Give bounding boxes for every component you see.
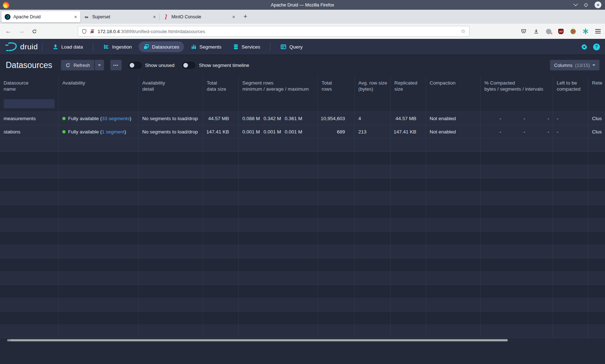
scrollbar-thumb[interactable] [7, 339, 508, 341]
pct-compacted-cell: --- [481, 112, 553, 125]
columns-button[interactable]: Columns (13/15) [550, 60, 600, 70]
segments-icon [191, 44, 197, 50]
segments-link[interactable]: 1 segment [102, 129, 125, 135]
extension-disabled-icon[interactable]: × [546, 29, 551, 34]
close-icon: × [597, 3, 600, 7]
window-titlebar: Apache Druid — Mozilla Firefox × [0, 0, 605, 10]
nav-item-label: Load data [61, 44, 83, 50]
tab-close-icon[interactable]: × [153, 14, 156, 20]
table-empty-rows [0, 138, 605, 338]
table-row-empty [0, 325, 605, 338]
compaction-cell: Not enabled [426, 125, 481, 138]
toggle-knob [130, 63, 134, 68]
nav-item-label: Query [289, 44, 302, 50]
available-dot-icon [62, 130, 66, 133]
url-host: 172.18.0.4 [98, 29, 120, 34]
tab-label: MinIO Console [171, 14, 230, 19]
columns-label: Columns [554, 63, 573, 68]
more-actions-button[interactable]: ••• [110, 60, 122, 70]
bookmark-star-icon[interactable]: ☆ [461, 28, 466, 35]
refresh-dropdown-button[interactable] [95, 60, 104, 70]
tab-apache-druid[interactable]: Apache Druid × [1, 11, 80, 22]
tab-superset[interactable]: ∞ Superset × [80, 11, 159, 22]
column-header-availability-detail[interactable]: Availabilitydetail [139, 76, 203, 95]
nav-divider [42, 43, 42, 51]
column-header-segment-rows[interactable]: Segment rowsminimum / average / maximum [239, 76, 318, 95]
column-header-pct-compacted[interactable]: % Compactedbytes / segments / intervals [481, 76, 553, 95]
horizontal-scrollbar[interactable] [0, 338, 605, 342]
druid-logo[interactable]: druid [4, 41, 38, 52]
window-title: Apache Druid — Mozilla Firefox [0, 3, 605, 8]
avg-row-size-cell: 4 [355, 112, 391, 125]
help-button[interactable]: ? [593, 44, 600, 50]
columns-count: (13/15) [575, 63, 590, 68]
column-header-avg-row-size[interactable]: Avg. row size(bytes) [355, 76, 391, 95]
nav-item-ingestion[interactable]: Ingestion [99, 41, 136, 52]
table-row-measurements[interactable]: measurements Fully available (33 segment… [0, 112, 605, 125]
reload-button[interactable] [30, 24, 39, 39]
total-data-size-cell: 147.41 KB [203, 125, 239, 138]
nav-item-label: Datasources [152, 44, 179, 50]
segments-link[interactable]: 33 segments [102, 116, 130, 121]
column-header-total-rows[interactable]: Totalrows [318, 76, 355, 95]
replicated-size-cell: 147.41 KB [391, 125, 426, 138]
pct-compacted-cell: --- [481, 125, 553, 138]
table-filter-row [0, 95, 605, 112]
table-row-empty [0, 192, 605, 205]
cookie-extension-icon[interactable] [570, 29, 576, 34]
ublock-origin-icon[interactable]: uO [558, 29, 564, 34]
retention-cell: Clus [588, 112, 605, 125]
compaction-cell: Not enabled [426, 112, 481, 125]
table-row-empty [0, 311, 605, 325]
datasource-filter-input[interactable] [4, 99, 55, 108]
table-row-empty [0, 258, 605, 272]
insecure-lock-icon[interactable] [90, 29, 95, 34]
maximize-button[interactable] [584, 4, 587, 6]
new-tab-button[interactable]: + [243, 13, 247, 21]
table-row-empty [0, 218, 605, 232]
forward-button[interactable]: → [17, 24, 26, 39]
nav-item-datasources[interactable]: Datasources [139, 41, 184, 52]
tab-minio-console[interactable]: MinIO Console × [160, 11, 238, 22]
column-header-left-to-be-compacted[interactable]: Left to becompacted [553, 76, 588, 95]
more-icon: ••• [113, 63, 118, 67]
show-unused-toggle[interactable] [129, 62, 142, 69]
downloads-icon[interactable] [533, 28, 539, 34]
nav-item-services[interactable]: Services [228, 41, 265, 52]
column-header-total-data-size[interactable]: Totaldata size [203, 76, 239, 95]
superset-favicon-icon: ∞ [84, 14, 89, 20]
tab-close-icon[interactable]: × [74, 14, 77, 20]
column-header-compaction[interactable]: Compaction [426, 76, 481, 95]
back-button[interactable]: ← [4, 24, 13, 39]
settings-gear-icon[interactable] [581, 44, 588, 50]
nav-item-load-data[interactable]: Load data [48, 41, 88, 52]
maximize-icon [584, 3, 588, 7]
table-row-stations[interactable]: stations Fully available (1 segment) No … [0, 125, 605, 138]
show-segment-timeline-toggle[interactable] [182, 62, 195, 69]
nav-item-query[interactable]: Query [276, 41, 307, 52]
menu-icon[interactable] [595, 31, 601, 32]
availability-cell: Fully available (1 segment) [59, 125, 139, 138]
datasources-icon [143, 44, 149, 50]
show-segment-timeline-label: Show segment timeline [199, 63, 249, 68]
pocket-icon[interactable] [521, 28, 526, 34]
tab-close-icon[interactable]: × [232, 14, 235, 20]
table-row-empty [0, 245, 605, 258]
column-header-retention[interactable]: Rete [588, 76, 605, 95]
column-header-availability[interactable]: Availability [59, 76, 139, 95]
table-row-empty [0, 152, 605, 165]
url-bar[interactable]: 172.18.0.4:30899/unified-console.html#da… [78, 26, 470, 37]
multi-account-containers-icon[interactable] [583, 28, 588, 34]
minimize-button[interactable] [574, 3, 577, 6]
toggle-knob [183, 63, 188, 68]
column-header-replicated-size[interactable]: Replicatedsize [391, 76, 426, 95]
availability-cell: Fully available (33 segments) [59, 112, 139, 125]
nav-item-segments[interactable]: Segments [186, 41, 226, 52]
services-icon [233, 44, 239, 50]
refresh-button[interactable]: Refresh [61, 60, 94, 70]
window-close-button[interactable]: × [595, 1, 601, 8]
table-row-empty [0, 138, 605, 152]
shield-icon[interactable] [82, 29, 87, 34]
column-header-datasource-name[interactable]: Datasourcename [0, 76, 59, 95]
help-icon: ? [595, 44, 598, 49]
